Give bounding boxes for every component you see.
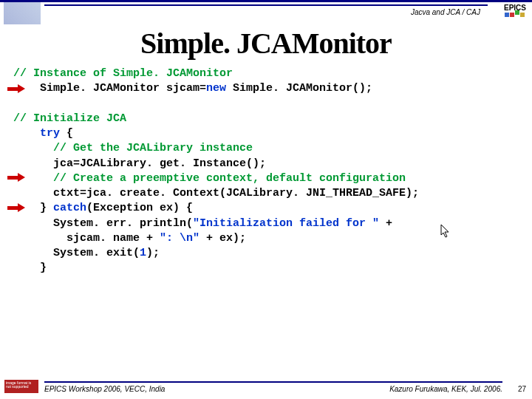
slide-title: Simple. JCAMonitor (0, 26, 532, 61)
epics-logo-icon (505, 13, 525, 17)
header-rule (44, 4, 488, 6)
error-badge: image format is not supported (4, 380, 38, 393)
page-number: 27 (518, 385, 526, 393)
arrow-icon (7, 86, 27, 92)
code-block: // Instance of Simple. JCAMonitor Simple… (13, 66, 519, 276)
cursor-icon (440, 224, 451, 239)
arrow-icon (7, 205, 27, 211)
arrow-icon (7, 174, 27, 180)
corner-logo (4, 2, 41, 24)
code-text: // Instance of Simple. JCAMonitor Simple… (13, 66, 519, 276)
footer-right: Kazuro Furukawa, KEK, Jul. 2006. (389, 385, 502, 393)
footer-rule (44, 381, 502, 383)
header-bar: Jacva and JCA / CAJ EPICS (0, 0, 532, 22)
footer: image format is not supported EPICS Work… (0, 378, 532, 399)
breadcrumb: Jacva and JCA / CAJ (411, 8, 480, 16)
footer-left: EPICS Workshop 2006, VECC, India (44, 385, 165, 393)
